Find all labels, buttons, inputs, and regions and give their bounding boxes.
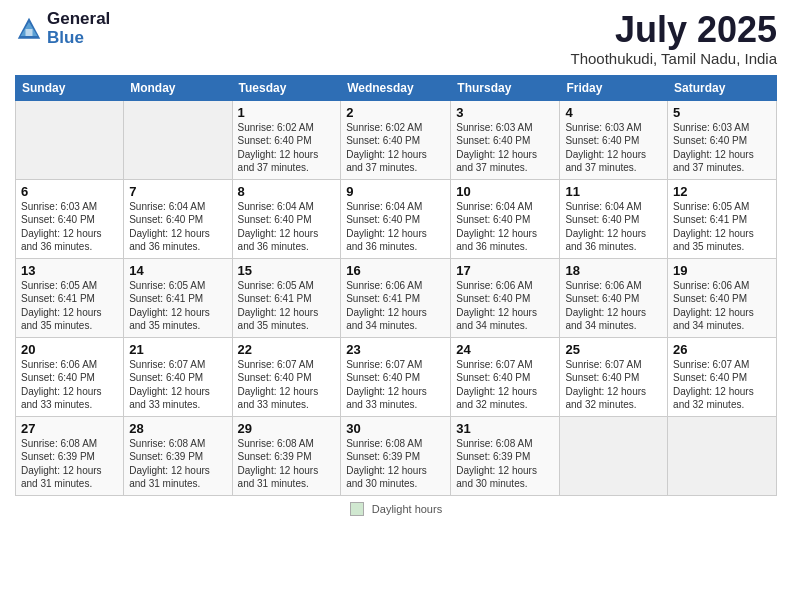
week-row-3: 13Sunrise: 6:05 AMSunset: 6:41 PMDayligh… [16, 258, 777, 337]
calendar-cell: 19Sunrise: 6:06 AMSunset: 6:40 PMDayligh… [668, 258, 777, 337]
calendar-cell: 16Sunrise: 6:06 AMSunset: 6:41 PMDayligh… [341, 258, 451, 337]
day-detail: Sunrise: 6:07 AMSunset: 6:40 PMDaylight:… [129, 358, 226, 412]
day-detail: Sunrise: 6:07 AMSunset: 6:40 PMDaylight:… [565, 358, 662, 412]
calendar-cell: 14Sunrise: 6:05 AMSunset: 6:41 PMDayligh… [124, 258, 232, 337]
calendar-cell: 12Sunrise: 6:05 AMSunset: 6:41 PMDayligh… [668, 179, 777, 258]
subtitle: Thoothukudi, Tamil Nadu, India [570, 50, 777, 67]
calendar-cell: 9Sunrise: 6:04 AMSunset: 6:40 PMDaylight… [341, 179, 451, 258]
day-number: 7 [129, 184, 226, 199]
day-detail: Sunrise: 6:08 AMSunset: 6:39 PMDaylight:… [21, 437, 118, 491]
day-number: 18 [565, 263, 662, 278]
calendar-cell: 8Sunrise: 6:04 AMSunset: 6:40 PMDaylight… [232, 179, 341, 258]
week-row-4: 20Sunrise: 6:06 AMSunset: 6:40 PMDayligh… [16, 337, 777, 416]
calendar-cell: 24Sunrise: 6:07 AMSunset: 6:40 PMDayligh… [451, 337, 560, 416]
day-detail: Sunrise: 6:07 AMSunset: 6:40 PMDaylight:… [673, 358, 771, 412]
main-title: July 2025 [570, 10, 777, 50]
day-detail: Sunrise: 6:02 AMSunset: 6:40 PMDaylight:… [238, 121, 336, 175]
calendar-cell: 15Sunrise: 6:05 AMSunset: 6:41 PMDayligh… [232, 258, 341, 337]
day-detail: Sunrise: 6:07 AMSunset: 6:40 PMDaylight:… [456, 358, 554, 412]
day-detail: Sunrise: 6:05 AMSunset: 6:41 PMDaylight:… [21, 279, 118, 333]
day-number: 19 [673, 263, 771, 278]
day-number: 8 [238, 184, 336, 199]
day-detail: Sunrise: 6:05 AMSunset: 6:41 PMDaylight:… [129, 279, 226, 333]
day-number: 25 [565, 342, 662, 357]
calendar-cell: 21Sunrise: 6:07 AMSunset: 6:40 PMDayligh… [124, 337, 232, 416]
week-row-1: 1Sunrise: 6:02 AMSunset: 6:40 PMDaylight… [16, 100, 777, 179]
calendar-cell: 30Sunrise: 6:08 AMSunset: 6:39 PMDayligh… [341, 416, 451, 495]
day-detail: Sunrise: 6:06 AMSunset: 6:40 PMDaylight:… [21, 358, 118, 412]
calendar-cell: 28Sunrise: 6:08 AMSunset: 6:39 PMDayligh… [124, 416, 232, 495]
day-number: 4 [565, 105, 662, 120]
calendar-cell [668, 416, 777, 495]
day-number: 30 [346, 421, 445, 436]
daylight-box [350, 502, 364, 516]
logo: General Blue [15, 10, 110, 47]
day-number: 17 [456, 263, 554, 278]
day-detail: Sunrise: 6:08 AMSunset: 6:39 PMDaylight:… [456, 437, 554, 491]
svg-rect-2 [26, 29, 33, 36]
calendar-cell: 2Sunrise: 6:02 AMSunset: 6:40 PMDaylight… [341, 100, 451, 179]
title-block: July 2025 Thoothukudi, Tamil Nadu, India [570, 10, 777, 67]
col-header-friday: Friday [560, 75, 668, 100]
day-detail: Sunrise: 6:06 AMSunset: 6:41 PMDaylight:… [346, 279, 445, 333]
day-detail: Sunrise: 6:06 AMSunset: 6:40 PMDaylight:… [565, 279, 662, 333]
day-number: 22 [238, 342, 336, 357]
day-number: 31 [456, 421, 554, 436]
day-number: 16 [346, 263, 445, 278]
logo-text: General Blue [47, 10, 110, 47]
day-number: 1 [238, 105, 336, 120]
day-detail: Sunrise: 6:07 AMSunset: 6:40 PMDaylight:… [346, 358, 445, 412]
logo-general: General [47, 10, 110, 29]
header-row: SundayMondayTuesdayWednesdayThursdayFrid… [16, 75, 777, 100]
logo-blue: Blue [47, 29, 110, 48]
calendar-cell: 3Sunrise: 6:03 AMSunset: 6:40 PMDaylight… [451, 100, 560, 179]
calendar-cell: 31Sunrise: 6:08 AMSunset: 6:39 PMDayligh… [451, 416, 560, 495]
calendar-cell: 23Sunrise: 6:07 AMSunset: 6:40 PMDayligh… [341, 337, 451, 416]
day-number: 28 [129, 421, 226, 436]
day-detail: Sunrise: 6:04 AMSunset: 6:40 PMDaylight:… [565, 200, 662, 254]
calendar-cell: 11Sunrise: 6:04 AMSunset: 6:40 PMDayligh… [560, 179, 668, 258]
col-header-thursday: Thursday [451, 75, 560, 100]
calendar-cell: 26Sunrise: 6:07 AMSunset: 6:40 PMDayligh… [668, 337, 777, 416]
col-header-wednesday: Wednesday [341, 75, 451, 100]
day-number: 26 [673, 342, 771, 357]
calendar-cell [124, 100, 232, 179]
day-detail: Sunrise: 6:08 AMSunset: 6:39 PMDaylight:… [238, 437, 336, 491]
col-header-monday: Monday [124, 75, 232, 100]
calendar-cell: 17Sunrise: 6:06 AMSunset: 6:40 PMDayligh… [451, 258, 560, 337]
header: General Blue July 2025 Thoothukudi, Tami… [15, 10, 777, 67]
col-header-sunday: Sunday [16, 75, 124, 100]
calendar-cell: 29Sunrise: 6:08 AMSunset: 6:39 PMDayligh… [232, 416, 341, 495]
day-number: 24 [456, 342, 554, 357]
page: General Blue July 2025 Thoothukudi, Tami… [0, 0, 792, 612]
day-number: 3 [456, 105, 554, 120]
day-detail: Sunrise: 6:04 AMSunset: 6:40 PMDaylight:… [129, 200, 226, 254]
day-number: 12 [673, 184, 771, 199]
day-number: 29 [238, 421, 336, 436]
calendar-cell: 10Sunrise: 6:04 AMSunset: 6:40 PMDayligh… [451, 179, 560, 258]
day-number: 10 [456, 184, 554, 199]
day-number: 21 [129, 342, 226, 357]
day-number: 5 [673, 105, 771, 120]
day-number: 6 [21, 184, 118, 199]
calendar-cell: 18Sunrise: 6:06 AMSunset: 6:40 PMDayligh… [560, 258, 668, 337]
day-number: 14 [129, 263, 226, 278]
day-number: 11 [565, 184, 662, 199]
calendar-cell: 6Sunrise: 6:03 AMSunset: 6:40 PMDaylight… [16, 179, 124, 258]
week-row-2: 6Sunrise: 6:03 AMSunset: 6:40 PMDaylight… [16, 179, 777, 258]
day-detail: Sunrise: 6:04 AMSunset: 6:40 PMDaylight:… [456, 200, 554, 254]
calendar-cell: 4Sunrise: 6:03 AMSunset: 6:40 PMDaylight… [560, 100, 668, 179]
day-number: 13 [21, 263, 118, 278]
calendar-cell: 20Sunrise: 6:06 AMSunset: 6:40 PMDayligh… [16, 337, 124, 416]
calendar-cell: 7Sunrise: 6:04 AMSunset: 6:40 PMDaylight… [124, 179, 232, 258]
footer-label: Daylight hours [372, 503, 442, 515]
day-detail: Sunrise: 6:02 AMSunset: 6:40 PMDaylight:… [346, 121, 445, 175]
calendar-cell [560, 416, 668, 495]
day-detail: Sunrise: 6:03 AMSunset: 6:40 PMDaylight:… [456, 121, 554, 175]
day-detail: Sunrise: 6:04 AMSunset: 6:40 PMDaylight:… [238, 200, 336, 254]
day-detail: Sunrise: 6:06 AMSunset: 6:40 PMDaylight:… [673, 279, 771, 333]
col-header-saturday: Saturday [668, 75, 777, 100]
day-detail: Sunrise: 6:07 AMSunset: 6:40 PMDaylight:… [238, 358, 336, 412]
day-detail: Sunrise: 6:05 AMSunset: 6:41 PMDaylight:… [673, 200, 771, 254]
calendar-cell: 1Sunrise: 6:02 AMSunset: 6:40 PMDaylight… [232, 100, 341, 179]
